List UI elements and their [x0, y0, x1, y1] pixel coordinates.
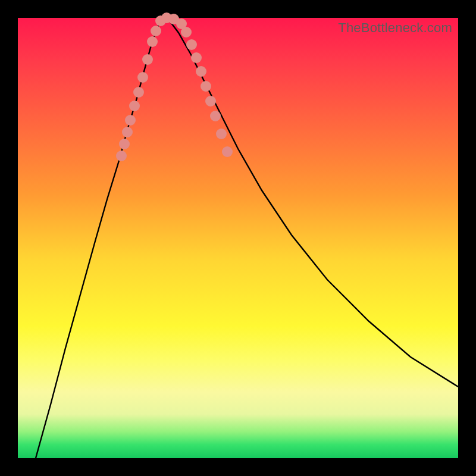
data-dot — [210, 111, 221, 121]
data-dot — [216, 129, 227, 139]
chart-svg — [18, 18, 458, 458]
data-dot — [129, 101, 140, 111]
chart-frame: TheBottleneck.com — [0, 0, 476, 476]
data-dot — [191, 52, 202, 63]
data-dot — [205, 96, 216, 107]
data-dot — [119, 139, 130, 149]
data-dot — [201, 81, 211, 92]
data-dot — [122, 127, 133, 137]
data-dot — [116, 151, 127, 161]
data-dot — [137, 72, 148, 83]
data-dot — [147, 36, 158, 47]
data-dot — [181, 27, 192, 37]
data-dot — [151, 26, 161, 36]
data-dot — [222, 146, 233, 157]
data-dot — [196, 66, 206, 77]
data-dot — [125, 115, 136, 126]
data-dots — [116, 12, 233, 161]
data-dot — [186, 39, 197, 50]
bottleneck-curve — [36, 18, 458, 458]
data-dot — [133, 87, 144, 98]
data-dot — [142, 54, 153, 65]
chart-plot-area: TheBottleneck.com — [18, 18, 458, 458]
